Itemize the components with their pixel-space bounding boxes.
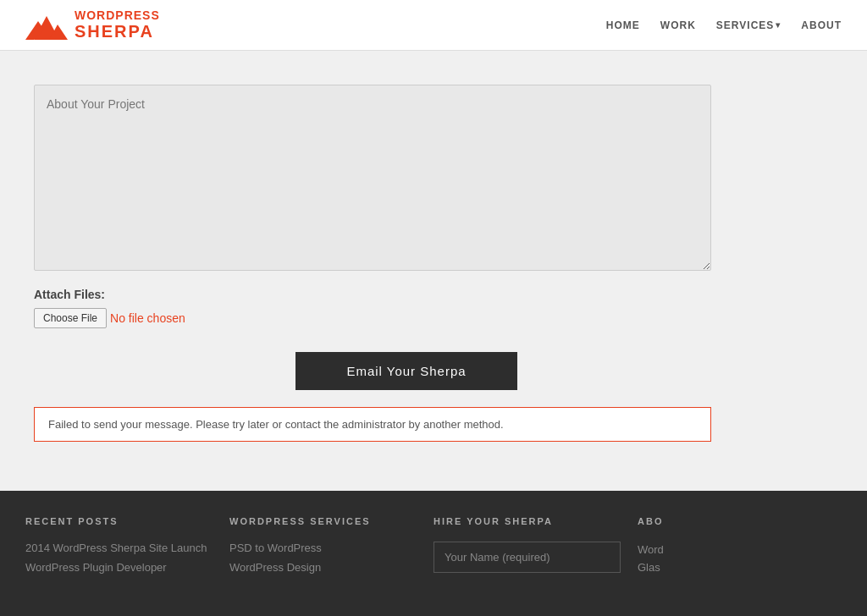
footer-wp-services-title: WORDPRESS SERVICES (229, 516, 417, 526)
site-header: WORDPRESS SHERPA HOME WORK SERVICES ▾ AB… (0, 0, 867, 51)
site-footer: RECENT POSTS 2014 WordPress Sherpa Site … (0, 491, 867, 616)
logo-text: WORDPRESS SHERPA (75, 9, 160, 41)
nav-services[interactable]: SERVICES ▾ (716, 19, 781, 31)
nav-about[interactable]: ABOUT (801, 19, 842, 31)
footer-about-text2: Glas (638, 561, 660, 574)
file-input-row: Choose File No file chosen (34, 308, 779, 328)
services-chevron-icon: ▾ (776, 20, 781, 30)
footer-link-site-launch[interactable]: 2014 WordPress Sherpa Site Launch (25, 542, 213, 554)
content-container: Attach Files: Choose File No file chosen… (25, 68, 787, 459)
footer-link-wp-design[interactable]: WordPress Design (229, 561, 417, 574)
project-textarea-wrapper (34, 85, 779, 271)
no-file-text: No file chosen (110, 311, 185, 325)
logo-sherpa-label: SHERPA (75, 22, 160, 41)
main-content: Attach Files: Choose File No file chosen… (0, 51, 867, 491)
choose-file-button[interactable]: Choose File (34, 308, 107, 328)
logo-wordpress-label: WORDPRESS (75, 9, 160, 22)
site-logo[interactable]: WORDPRESS SHERPA (25, 9, 160, 41)
logo-mountain-icon (25, 9, 68, 40)
project-textarea[interactable] (34, 85, 711, 271)
submit-button[interactable]: Email Your Sherpa (295, 352, 516, 390)
footer-col-wp-services: WORDPRESS SERVICES PSD to WordPress Word… (229, 516, 434, 601)
footer-link-psd-to-wp[interactable]: PSD to WordPress (229, 542, 417, 554)
hire-sherpa-name-input[interactable] (434, 542, 621, 573)
attach-label: Attach Files: (34, 288, 779, 301)
footer-recent-posts-title: RECENT POSTS (25, 516, 213, 526)
footer-about-title: ABO (638, 516, 825, 526)
error-message-box: Failed to send your message. Please try … (34, 407, 711, 442)
footer-col-hire-sherpa: HIRE YOUR SHERPA (434, 516, 638, 601)
error-message-text: Failed to send your message. Please try … (48, 418, 504, 431)
footer-hire-sherpa-title: HIRE YOUR SHERPA (434, 516, 621, 526)
footer-about-text1: Word (638, 543, 664, 556)
footer-link-plugin-dev[interactable]: WordPress Plugin Developer (25, 561, 213, 574)
attach-files-section: Attach Files: Choose File No file chosen (34, 288, 779, 328)
footer-col-recent-posts: RECENT POSTS 2014 WordPress Sherpa Site … (25, 516, 229, 601)
submit-section: Email Your Sherpa (34, 352, 779, 390)
main-nav: HOME WORK SERVICES ▾ ABOUT (606, 19, 842, 31)
footer-col-about: ABO Word Glas (638, 516, 842, 601)
nav-work[interactable]: WORK (660, 19, 696, 31)
nav-home[interactable]: HOME (606, 19, 640, 31)
